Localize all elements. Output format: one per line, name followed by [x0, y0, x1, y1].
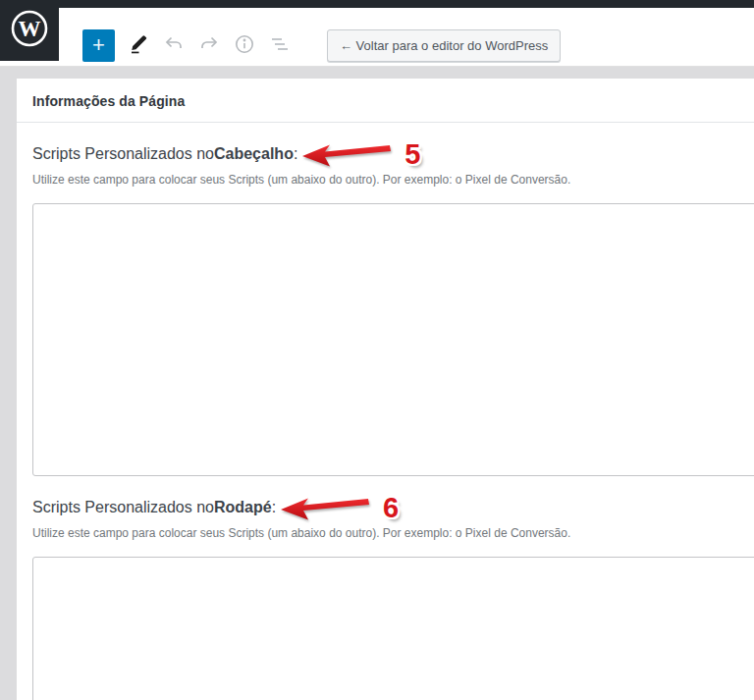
header-scripts-label: Scripts Personalizados no Cabeçalho: 5: [32, 139, 754, 168]
edit-mode-button[interactable]: [127, 33, 150, 57]
header-scripts-hint: Utilize este campo para colocar seus Scr…: [32, 173, 754, 187]
wordpress-logo-icon: W: [10, 9, 49, 52]
pencil-icon: [127, 32, 150, 59]
annotation-number: 5: [404, 140, 420, 169]
svg-text:W: W: [19, 17, 41, 41]
redo-icon: [197, 32, 221, 59]
panel-title: Informações da Página: [17, 79, 754, 123]
admin-top-bar: [0, 0, 754, 8]
undo-icon: [162, 32, 186, 59]
footer-scripts-section: Scripts Personalizados no Rodapé: 6 Util…: [17, 493, 754, 700]
header-scripts-section: Scripts Personalizados no Cabeçalho: 5 U…: [17, 139, 754, 476]
editor-toolbar: +: [0, 8, 754, 67]
annotation-arrow-6: 6: [280, 494, 399, 522]
wordpress-logo-button[interactable]: W: [0, 0, 59, 61]
undo-button[interactable]: [162, 33, 186, 57]
list-view-icon: [268, 32, 292, 59]
annotation-arrow-5: 5: [301, 140, 420, 169]
footer-scripts-textarea[interactable]: [32, 557, 754, 700]
annotation-number: 6: [383, 494, 399, 522]
block-inserter-button[interactable]: +: [82, 29, 115, 62]
plus-icon: +: [92, 34, 105, 56]
red-arrow-icon: [281, 498, 369, 519]
page-info-panel: Informações da Página Scripts Personaliz…: [17, 79, 754, 700]
footer-scripts-label: Scripts Personalizados no Rodapé: 6: [32, 493, 754, 521]
red-arrow-icon: [302, 144, 391, 166]
back-to-wordpress-editor-button[interactable]: ← Voltar para o editor do WordPress: [327, 29, 561, 62]
info-icon: [233, 32, 256, 59]
details-button[interactable]: [233, 33, 256, 57]
redo-button[interactable]: [197, 33, 221, 57]
list-view-button[interactable]: [268, 33, 292, 57]
header-scripts-textarea[interactable]: [32, 203, 754, 476]
footer-scripts-hint: Utilize este campo para colocar seus Scr…: [32, 526, 754, 540]
